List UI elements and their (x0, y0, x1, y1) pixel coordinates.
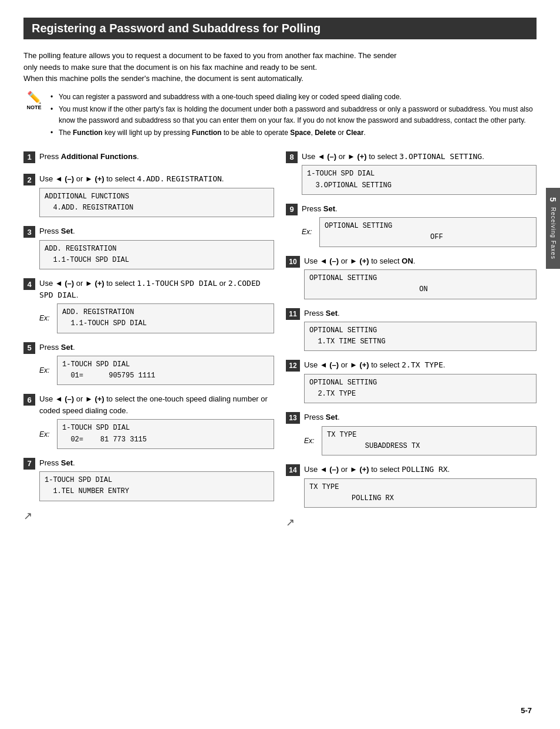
ex-label-5: Ex: (39, 366, 53, 374)
note-icon: ✏️ NOTE (23, 92, 45, 110)
step-14-text: Use ◄ (–) or ► (+) to select POLLING RX. (304, 464, 537, 475)
step-9-lcd: OPTIONAL SETTING OFF (319, 217, 537, 247)
step-num-11: 11 (286, 308, 300, 320)
step-6-text: Use ◄ (–) or ► (+) to select the one-tou… (39, 393, 274, 416)
step-5-lcd-row: Ex: 1-TOUCH SPD DIAL 01= 905795 1111 (39, 356, 274, 385)
cont-arrow-left: ↗ (23, 509, 274, 522)
ex-label-13: Ex: (304, 437, 318, 445)
step-9: 9 Press Set. Ex: OPTIONAL SETTING OFF (286, 203, 537, 247)
step-12-lcd: OPTIONAL SETTING 2.TX TYPE (304, 374, 537, 403)
step-6: 6 Use ◄ (–) or ► (+) to select the one-t… (23, 393, 274, 448)
step-num-10: 10 (286, 256, 300, 268)
step-12-text: Use ◄ (–) or ► (+) to select 2.TX TYPE. (304, 359, 537, 371)
step-11-text: Press Set. (304, 308, 537, 319)
pencil-icon: ✏️ (27, 92, 42, 103)
step-num-6: 6 (23, 394, 35, 406)
step-9-lcd-row: Ex: OPTIONAL SETTING OFF (302, 217, 537, 247)
step-9-content: Press Set. Ex: OPTIONAL SETTING OFF (302, 203, 537, 247)
step-2-text: Use ◄ (–) or ► (+) to select 4.ADD. REGI… (39, 173, 274, 185)
page-title: Registering a Password and Subaddress fo… (23, 18, 537, 39)
intro-line2: only needs to make sure that the documen… (23, 62, 537, 73)
note-box: ✏️ NOTE You can register a password and … (23, 92, 537, 140)
step-num-4: 4 (23, 278, 35, 290)
step-8-lcd: 1-TOUCH SPD DIAL 3.OPTIONAL SETTING (302, 165, 537, 194)
step-13-content: Press Set. Ex: TX TYPE SUBADDRESS TX (304, 411, 537, 455)
step-13-text: Press Set. (304, 411, 537, 423)
step-8-text: Use ◄ (–) or ► (+) to select 3.OPTIONAL … (302, 151, 537, 163)
note-item-3: The Function key will light up by pressi… (50, 127, 537, 139)
intro-section: The polling feature allows you to reques… (23, 50, 537, 85)
title-text: Registering a Password and Subaddress fo… (32, 22, 321, 35)
intro-line1: The polling feature allows you to reques… (23, 50, 537, 62)
step-1: 1 Press Additional Functions. (23, 151, 274, 166)
step-num-1: 1 (23, 151, 35, 163)
step-5-lcd: 1-TOUCH SPD DIAL 01= 905795 1111 (57, 356, 274, 385)
two-col-layout: 1 Press Additional Functions. 2 Use ◄ (–… (23, 151, 537, 529)
step-num-8: 8 (286, 151, 298, 163)
step-num-14: 14 (286, 464, 300, 476)
step-5: 5 Press Set. Ex: 1-TOUCH SPD DIAL 01= 90… (23, 342, 274, 386)
step-9-text: Press Set. (302, 203, 537, 215)
step-5-text: Press Set. (39, 342, 274, 353)
step-13: 13 Press Set. Ex: TX TYPE SUBADDRESS TX (286, 411, 537, 455)
side-tab: 5 Receiving Faxes (546, 188, 560, 269)
step-12-content: Use ◄ (–) or ► (+) to select 2.TX TYPE. … (304, 359, 537, 403)
step-num-2: 2 (23, 174, 35, 185)
step-4-lcd-row: Ex: ADD. REGISTRATION 1.1-TOUCH SPD DIAL (39, 303, 274, 333)
step-14-lcd: TX TYPE POLLING RX (304, 478, 537, 508)
step-6-lcd: 1-TOUCH SPD DIAL 02= 81 773 3115 (57, 419, 274, 448)
step-2-content: Use ◄ (–) or ► (+) to select 4.ADD. REGI… (39, 173, 274, 217)
right-column: 8 Use ◄ (–) or ► (+) to select 3.OPTIONA… (286, 151, 537, 529)
note-label: NOTE (26, 104, 41, 110)
step-10: 10 Use ◄ (–) or ► (+) to select ON. OPTI… (286, 255, 537, 299)
tab-number: 5 (548, 197, 558, 203)
step-num-12: 12 (286, 360, 300, 372)
note-list: You can register a password and subaddre… (50, 92, 537, 139)
step-13-lcd-row: Ex: TX TYPE SUBADDRESS TX (304, 426, 537, 455)
step-6-content: Use ◄ (–) or ► (+) to select the one-tou… (39, 393, 274, 448)
step-10-text: Use ◄ (–) or ► (+) to select ON. (304, 255, 537, 267)
step-11: 11 Press Set. OPTIONAL SETTING 1.TX TIME… (286, 308, 537, 352)
step-3-content: Press Set. ADD. REGISTRATION 1.1-TOUCH S… (39, 225, 274, 269)
ex-label-6: Ex: (39, 430, 53, 438)
page: Registering a Password and Subaddress fo… (0, 0, 560, 729)
step-1-content: Press Additional Functions. (39, 151, 274, 166)
step-num-13: 13 (286, 412, 300, 424)
step-7: 7 Press Set. 1-TOUCH SPD DIAL 1.TEL NUMB… (23, 457, 274, 501)
step-7-lcd: 1-TOUCH SPD DIAL 1.TEL NUMBER ENTRY (39, 471, 274, 501)
step-num-5: 5 (23, 342, 35, 354)
step-13-lcd: TX TYPE SUBADDRESS TX (322, 426, 537, 455)
step-5-content: Press Set. Ex: 1-TOUCH SPD DIAL 01= 9057… (39, 342, 274, 386)
step-1-text: Press Additional Functions. (39, 151, 274, 163)
left-column: 1 Press Additional Functions. 2 Use ◄ (–… (23, 151, 274, 529)
step-4-text: Use ◄ (–) or ► (+) to select 1.1-TOUCH S… (39, 278, 274, 301)
step-4-content: Use ◄ (–) or ► (+) to select 1.1-TOUCH S… (39, 278, 274, 333)
step-3-lcd: ADD. REGISTRATION 1.1-TOUCH SPD DIAL (39, 240, 274, 269)
step-11-lcd: OPTIONAL SETTING 1.TX TIME SETTNG (304, 322, 537, 351)
step-4: 4 Use ◄ (–) or ► (+) to select 1.1-TOUCH… (23, 278, 274, 333)
note-content: You can register a password and subaddre… (50, 92, 537, 140)
note-item-2: You must know if the other party's fax i… (50, 104, 537, 126)
step-3-text: Press Set. (39, 225, 274, 237)
step-num-9: 9 (286, 204, 298, 215)
page-number: 5-7 (521, 706, 532, 715)
step-4-lcd: ADD. REGISTRATION 1.1-TOUCH SPD DIAL (57, 303, 274, 333)
step-8-content: Use ◄ (–) or ► (+) to select 3.OPTIONAL … (302, 151, 537, 195)
step-2: 2 Use ◄ (–) or ► (+) to select 4.ADD. RE… (23, 173, 274, 217)
step-10-content: Use ◄ (–) or ► (+) to select ON. OPTIONA… (304, 255, 537, 299)
side-tab-label: Receiving Faxes (550, 207, 556, 259)
ex-label-9: Ex: (302, 228, 316, 236)
step-10-lcd: OPTIONAL SETTING ON (304, 269, 537, 299)
cont-arrow-right: ↗ (286, 516, 537, 529)
step-12: 12 Use ◄ (–) or ► (+) to select 2.TX TYP… (286, 359, 537, 403)
step-6-lcd-row: Ex: 1-TOUCH SPD DIAL 02= 81 773 3115 (39, 419, 274, 448)
step-11-content: Press Set. OPTIONAL SETTING 1.TX TIME SE… (304, 308, 537, 352)
step-14: 14 Use ◄ (–) or ► (+) to select POLLING … (286, 464, 537, 508)
intro-line3: When this machine polls the sender's mac… (23, 73, 537, 85)
step-num-3: 3 (23, 226, 35, 238)
step-2-lcd: ADDITIONAL FUNCTIONS 4.ADD. REGISTRATION (39, 188, 274, 217)
step-14-content: Use ◄ (–) or ► (+) to select POLLING RX.… (304, 464, 537, 508)
step-num-7: 7 (23, 458, 35, 470)
ex-label-4: Ex: (39, 314, 53, 322)
note-item-1: You can register a password and subaddre… (50, 92, 537, 103)
